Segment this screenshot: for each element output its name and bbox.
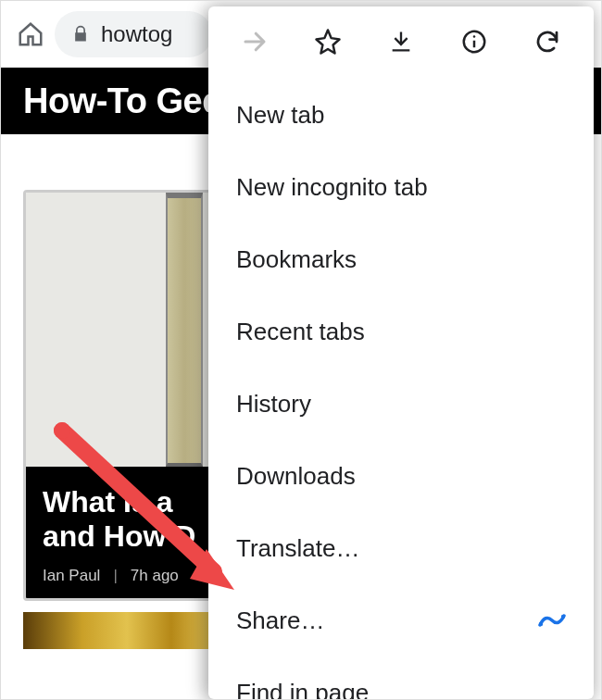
menu-item-new-tab[interactable]: New tab	[208, 79, 594, 151]
svg-point-2	[473, 35, 476, 38]
menu-item-translate[interactable]: Translate…	[208, 512, 594, 584]
article-title-line2: and How D	[43, 519, 195, 553]
download-icon	[388, 29, 414, 55]
menu-item-label: Translate…	[236, 534, 359, 563]
menu-item-label: New tab	[236, 101, 324, 130]
menu-item-label: Downloads	[236, 462, 356, 491]
refresh-button[interactable]	[527, 21, 568, 62]
menu-item-label: Find in page	[236, 679, 369, 701]
menu-item-recent-tabs[interactable]: Recent tabs	[208, 295, 594, 368]
menu-item-share[interactable]: Share…	[208, 584, 594, 656]
menu-item-history[interactable]: History	[208, 368, 594, 440]
menu-item-find-in-page[interactable]: Find in page	[208, 656, 594, 700]
article-author: Ian Paul	[43, 567, 100, 585]
info-button[interactable]	[454, 21, 495, 62]
refresh-icon	[533, 28, 561, 56]
home-button[interactable]	[14, 18, 47, 51]
lock-icon	[71, 25, 90, 44]
article-time: 7h ago	[131, 567, 179, 585]
meta-separator: |	[113, 567, 117, 585]
address-bar[interactable]: howtog	[55, 11, 212, 57]
forward-icon	[241, 28, 269, 56]
menu-item-label: Bookmarks	[236, 245, 357, 274]
article-title-line1: What Is a	[43, 485, 172, 519]
menu-item-label: History	[236, 390, 311, 419]
menu-item-bookmarks[interactable]: Bookmarks	[208, 223, 594, 295]
menu-items: New tab New incognito tab Bookmarks Rece…	[208, 71, 594, 700]
svg-point-4	[561, 615, 565, 619]
menu-item-downloads[interactable]: Downloads	[208, 440, 594, 512]
share-icon	[538, 612, 566, 629]
menu-item-incognito[interactable]: New incognito tab	[208, 151, 594, 223]
home-icon	[17, 20, 44, 48]
url-text: howtog	[101, 21, 172, 47]
info-icon	[460, 28, 488, 56]
star-icon	[314, 28, 342, 56]
overflow-menu: New tab New incognito tab Bookmarks Rece…	[208, 6, 594, 699]
svg-point-3	[539, 622, 543, 626]
menu-iconbar	[208, 12, 594, 71]
bookmark-button[interactable]	[307, 21, 348, 62]
menu-item-label: New incognito tab	[236, 173, 428, 202]
menu-item-label: Recent tabs	[236, 318, 365, 346]
download-button[interactable]	[381, 21, 421, 62]
forward-button[interactable]	[234, 21, 275, 62]
menu-item-label: Share…	[236, 606, 324, 635]
